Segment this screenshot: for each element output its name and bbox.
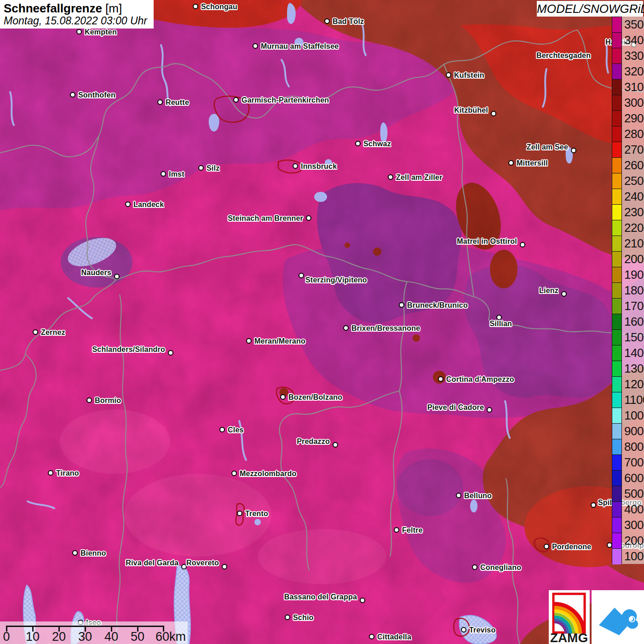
colorbar-segment-800 bbox=[612, 439, 621, 455]
town-dot bbox=[231, 471, 237, 476]
town-dot bbox=[233, 97, 239, 103]
scalebar-number: 50 bbox=[131, 630, 144, 644]
town-dot bbox=[324, 18, 330, 24]
town-dot bbox=[544, 544, 549, 549]
colorbar-segment-2000 bbox=[612, 252, 621, 267]
town-label: Bozen/Bolzano bbox=[288, 393, 342, 402]
town-label: Sonthofen bbox=[78, 91, 115, 99]
scalebar-number: 40 bbox=[104, 630, 118, 644]
town-dot bbox=[355, 141, 361, 146]
town-dot bbox=[461, 627, 466, 632]
town-label: Schwaz bbox=[363, 140, 391, 148]
colorbar-label-2100: 2100 bbox=[624, 236, 644, 251]
colorbar-label-1200: 1200 bbox=[624, 377, 644, 391]
town-dot bbox=[33, 329, 38, 335]
town-dot bbox=[157, 99, 163, 105]
blue-mountain-icon bbox=[592, 590, 644, 644]
zamg-logo-text: ZAMG bbox=[550, 631, 588, 644]
colorbar-segment-2300 bbox=[612, 205, 621, 220]
colorbar-segment-1200 bbox=[612, 377, 621, 392]
town-dot bbox=[280, 394, 286, 400]
colorbar-label-500: 500 bbox=[624, 487, 644, 501]
town-dot bbox=[360, 598, 365, 603]
town-label: Cortina d'Ampezzo bbox=[446, 375, 514, 384]
colorbar-label-2600: 2600 bbox=[624, 158, 644, 172]
town-label: Bormio bbox=[95, 397, 121, 405]
scalebar-number: 10 bbox=[26, 630, 40, 644]
colorbar-label-3400: 3400 bbox=[624, 33, 644, 47]
page-title: Schneefallgrenze [m] bbox=[4, 2, 154, 15]
colorbar-segment-1000 bbox=[612, 408, 621, 424]
colorbar-segment-1500 bbox=[612, 330, 621, 345]
colorbar-segment-3100 bbox=[612, 80, 621, 95]
town-label: Steinach am Brenner bbox=[228, 214, 303, 223]
colorbar-label-3300: 3300 bbox=[624, 49, 644, 63]
colorbar-segment-2900 bbox=[612, 111, 621, 126]
town-label: Murnau am Staffelsee bbox=[261, 42, 339, 51]
town-dot bbox=[438, 376, 443, 382]
town-dot bbox=[253, 43, 258, 49]
town-dot bbox=[571, 148, 576, 153]
colorbar-label-3000: 3000 bbox=[624, 96, 644, 110]
colorbar-label-1600: 1600 bbox=[624, 315, 644, 329]
town-label: Nauders bbox=[81, 269, 111, 277]
colorbar-segment-2400 bbox=[612, 189, 621, 205]
colorbar-segment-3200 bbox=[612, 64, 621, 80]
colorbar-segment-1400 bbox=[612, 345, 621, 361]
colorbar-segment-300 bbox=[612, 518, 621, 533]
colorbar-label-700: 700 bbox=[624, 455, 644, 470]
town-label: Tirano bbox=[56, 469, 79, 477]
snow-service-logo bbox=[592, 590, 644, 644]
town-label: Zell am See bbox=[527, 143, 568, 151]
town-label: Cittadella bbox=[377, 633, 411, 641]
town-label: Innsbruck bbox=[301, 162, 337, 171]
colorbar-label-1900: 1900 bbox=[624, 268, 644, 282]
colorbar-segment-1700 bbox=[612, 299, 621, 314]
town-dot bbox=[472, 564, 477, 570]
town-label: Feltre bbox=[402, 526, 423, 535]
town-label: Bruneck/Brunico bbox=[407, 301, 468, 310]
town-dot bbox=[333, 442, 338, 448]
colorbar-label-2000: 2000 bbox=[624, 252, 644, 266]
colorbar-label-800: 800 bbox=[624, 440, 644, 454]
town-dot bbox=[591, 502, 596, 508]
colorbar-label-1500: 1500 bbox=[624, 330, 644, 345]
town-label: Schlanders/Silandro bbox=[92, 345, 165, 354]
town-label: Silz bbox=[207, 164, 219, 172]
colorbar-label-1000: 1000 bbox=[624, 408, 644, 423]
colorbar-segment-1800 bbox=[612, 283, 621, 299]
colorbar-label-300: 300 bbox=[624, 518, 644, 532]
town-label: Schongau bbox=[201, 3, 237, 11]
town-marker-layer: SchongauBad TölzKemptenMurnau am Staffel… bbox=[0, 0, 644, 644]
colorbar-label-2200: 2200 bbox=[624, 221, 644, 235]
colorbar-label-2900: 2900 bbox=[624, 111, 644, 126]
town-label: Meran/Merano bbox=[254, 337, 305, 345]
colorbar-segment-3500 bbox=[612, 17, 621, 33]
town-label: Brixen/Bressanone bbox=[351, 324, 420, 333]
colorbar-segment-3000 bbox=[612, 95, 621, 111]
colorbar-label-2700: 2700 bbox=[624, 143, 644, 157]
town-dot bbox=[293, 163, 298, 169]
town-label: Cles bbox=[228, 426, 244, 434]
town-dot bbox=[86, 397, 92, 403]
scalebar-end-label: 60km bbox=[155, 630, 186, 644]
colorbar-segment-3300 bbox=[612, 48, 621, 64]
title-text: Schneefallgrenze bbox=[4, 1, 102, 15]
colorbar-label-900: 900 bbox=[624, 424, 644, 438]
town-label: Kufstein bbox=[454, 71, 484, 80]
town-label: Bassano del Grappa bbox=[284, 593, 357, 601]
colorbar-label-2500: 2500 bbox=[624, 174, 644, 188]
town-label: Trento bbox=[245, 510, 268, 518]
colorbar-segment-2700 bbox=[612, 142, 621, 158]
colorbar-label-2400: 2400 bbox=[624, 190, 644, 204]
town-dot bbox=[394, 527, 399, 533]
title-unit: [m] bbox=[105, 1, 122, 15]
snowgrid-map-page: { "header": { "title": "Schneefallgrenze… bbox=[0, 0, 644, 644]
town-label: Landeck bbox=[133, 201, 164, 209]
town-label: Matrei in Osttirol bbox=[457, 237, 517, 246]
colorbar-label-3200: 3200 bbox=[624, 64, 644, 79]
town-label: Reutte bbox=[166, 98, 189, 107]
colorbar-segments bbox=[612, 17, 622, 564]
town-label: Kitzbühel bbox=[454, 106, 488, 115]
town-dot bbox=[508, 160, 514, 166]
